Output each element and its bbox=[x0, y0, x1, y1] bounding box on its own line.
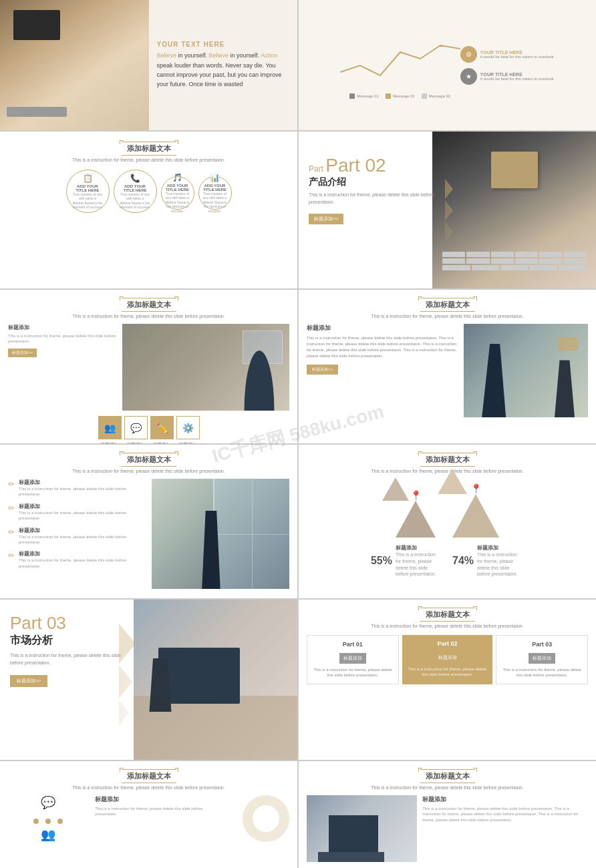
dot-1 bbox=[33, 819, 39, 824]
bubble-title-2: ADD YOURTITLE HERE bbox=[123, 184, 146, 192]
icon-row: 👥 标题添加 💬 标题添加 ✏️ 标题添加 ⚙️ 标题添加 bbox=[8, 416, 289, 443]
bottom-desc: This is a instruction for theme, please … bbox=[95, 806, 215, 817]
slides-grid: YOUR TEXT HERE Believe in yourself. Beli… bbox=[0, 0, 596, 868]
icon-card-4: ⚙️ 标题添加 bbox=[176, 416, 200, 443]
slide-bubble: 添加标题文本 This is a instruction for theme, … bbox=[0, 132, 297, 288]
legend-item-2: Message 02 bbox=[386, 93, 415, 99]
content-area-3-1: 标题添加 This is a instruction for theme, pl… bbox=[8, 324, 289, 411]
wood-blocks bbox=[558, 337, 578, 351]
bubble-text-1: True mastery of any skill takes a lifeti… bbox=[70, 192, 106, 210]
icon-card-title-3: 标题添加 bbox=[152, 442, 171, 443]
chart-area: Message 01 Message 02 Message 02 bbox=[340, 32, 460, 99]
part-card-btn-3[interactable]: 标题添加 bbox=[529, 653, 555, 664]
laptop-screen bbox=[13, 10, 60, 40]
part-card-2: Part 02 标题添加 This is a instruction for t… bbox=[402, 635, 493, 684]
bottom-laptop bbox=[318, 852, 384, 862]
list-item-1: ✏ 标题添加 This is a instruction for theme, … bbox=[8, 479, 146, 497]
icon-card-title-1: 标题添加 bbox=[100, 442, 119, 443]
bubble-2: 📞 ADD YOURTITLE HERE True mastery of any… bbox=[114, 170, 157, 213]
mountain-small-right bbox=[438, 469, 467, 494]
chevron-decoration bbox=[445, 179, 453, 243]
slide-cover: YOUR TEXT HERE Believe in yourself. Beli… bbox=[0, 0, 297, 130]
slide-header-5-2: 添加标题文本 This is a instruction for theme, … bbox=[307, 608, 588, 628]
part-card-btn-2[interactable]: 标题添加 bbox=[434, 652, 461, 663]
icon-box-3: ✏️ bbox=[150, 416, 174, 439]
part03-btn[interactable]: 标题添加>> bbox=[10, 675, 47, 687]
part02-desc: This is a instruction for theme, please … bbox=[309, 192, 438, 206]
photo-business bbox=[464, 324, 588, 417]
icon-box-1: 👥 bbox=[98, 416, 122, 439]
list-icon-2: ✏ bbox=[8, 503, 15, 513]
part02-name: 产品介绍 bbox=[309, 176, 438, 188]
left-text: 标题添加 This is a instruction for theme, pl… bbox=[8, 324, 119, 357]
chevron-deco-5-1 bbox=[119, 624, 136, 726]
header-sub-6-1: This is a instruction for theme, please … bbox=[8, 785, 289, 790]
header-sub-4-1: This is a instruction for theme, please … bbox=[8, 469, 289, 473]
stat-percent-1: 55% bbox=[371, 555, 392, 567]
stat-title-1: 标题添加 bbox=[396, 544, 442, 552]
list-icon-3: ✏ bbox=[8, 527, 15, 537]
slide-text-photo: 添加标题文本 This is a instruction for theme, … bbox=[299, 290, 596, 443]
slide-part03: Part 03 市场分析 This is a instruction for t… bbox=[0, 600, 297, 760]
bubble-icon-3: 🎵 bbox=[172, 173, 182, 182]
bottom-left-content: 💬 👥 标题添加 This is a instruction for theme… bbox=[8, 795, 289, 842]
pin-left: 📍 bbox=[410, 490, 422, 501]
part02-btn[interactable]: 标题添加>> bbox=[309, 214, 343, 224]
left-content: 标题添加 This is a instruction for theme, pl… bbox=[307, 324, 458, 417]
list-icon-4: ✏ bbox=[8, 551, 15, 560]
part-card-btn-1[interactable]: 标题添加 bbox=[339, 653, 366, 664]
mountain-main-left bbox=[396, 501, 436, 537]
header-title-4-1: 添加标题文本 bbox=[122, 453, 176, 467]
slide-header-6-2: 添加标题文本 This is a instruction for theme, … bbox=[307, 769, 588, 790]
timeline-dots bbox=[33, 819, 63, 824]
circle-deco bbox=[243, 795, 289, 842]
stats-row: 55% 标题添加 This is a instruction for theme… bbox=[307, 541, 588, 581]
content-btn-3-2[interactable]: 标题添加>> bbox=[307, 365, 338, 375]
content-btn[interactable]: 标题添加>> bbox=[8, 349, 37, 357]
keyboard-rows bbox=[439, 248, 589, 275]
list-title-3: 标题添加 bbox=[19, 527, 146, 534]
mountain-visual: 📍 📍 bbox=[307, 483, 588, 537]
header-sub: This is a instruction for theme, please … bbox=[10, 158, 287, 162]
part03-content: Part 03 市场分析 This is a instruction for t… bbox=[0, 600, 134, 760]
list-title-4: 标题添加 bbox=[19, 550, 146, 558]
slide-mountain-chart: 添加标题文本 This is a instruction for theme, … bbox=[299, 445, 596, 598]
list-desc-4: This is a instruction for theme, please … bbox=[19, 558, 146, 569]
header-title-6-1: 添加标题文本 bbox=[122, 769, 176, 783]
header-sub-3-2: This is a instruction for theme, please … bbox=[307, 314, 588, 318]
icon-card-2: 💬 标题添加 bbox=[124, 416, 148, 443]
content-desc-3-2: This is a instruction for theme, please … bbox=[307, 335, 458, 359]
man-laptop-bg bbox=[134, 600, 297, 760]
header-sub-3-1: This is a instruction for theme, please … bbox=[8, 314, 289, 318]
mountain-group-left: 📍 bbox=[396, 490, 436, 537]
list-desc-1: This is a instruction for theme, please … bbox=[19, 486, 146, 497]
biz-person-2 bbox=[548, 357, 581, 417]
list-desc-3: This is a instruction for theme, please … bbox=[19, 534, 146, 546]
bubble-text-2: True mastery of any skill takes a lifeti… bbox=[118, 192, 153, 210]
content-title-3-2: 标题添加 bbox=[307, 324, 458, 333]
legend-item-3: Message 02 bbox=[422, 93, 451, 99]
content-title: 标题添加 bbox=[8, 324, 119, 331]
cover-subtitle: Believe in yourself. Believe in yourself… bbox=[157, 51, 290, 89]
bubble-title-3: ADD YOURTITLE HERE bbox=[166, 184, 189, 192]
header-sub-6-2: This is a instruction for theme, please … bbox=[307, 785, 588, 790]
text-column: 标题添加 This is a instruction for theme, pl… bbox=[95, 795, 215, 842]
bubble-text-4: True mastery of any skill takes a lifeti… bbox=[202, 192, 228, 214]
slide-header-3-2: 添加标题文本 This is a instruction for theme, … bbox=[307, 298, 588, 318]
legend-item-1: Message 01 bbox=[349, 93, 379, 99]
chevron-3 bbox=[119, 700, 129, 726]
part02-number: Part Part 02 bbox=[309, 155, 438, 176]
content-desc: This is a instruction for theme, please … bbox=[8, 333, 119, 345]
stat-item-1: 55% 标题添加 This is a instruction for theme… bbox=[371, 544, 442, 578]
bubble-diagram: 📋 ADD YOURTITLE HERE True mastery of any… bbox=[10, 166, 287, 216]
deco-column bbox=[222, 795, 289, 842]
slide-parts-compare: 添加标题文本 This is a instruction for theme, … bbox=[299, 600, 596, 760]
list-desc-2: This is a instruction for theme, please … bbox=[19, 510, 146, 521]
cover-text-area: YOUR TEXT HERE Believe in yourself. Beli… bbox=[149, 0, 298, 130]
slide-header-2-1: 添加标题文本 This is a instruction for theme, … bbox=[10, 142, 287, 162]
mountain-group-right: 📍 bbox=[452, 483, 499, 537]
part-card-title-3: Part 03 bbox=[500, 641, 584, 648]
slide-header-6-1: 添加标题文本 This is a instruction for theme, … bbox=[8, 769, 289, 790]
content-area-3-2: 标题添加 This is a instruction for theme, pl… bbox=[307, 324, 588, 417]
bubble-icon-2: 📞 bbox=[130, 174, 140, 183]
